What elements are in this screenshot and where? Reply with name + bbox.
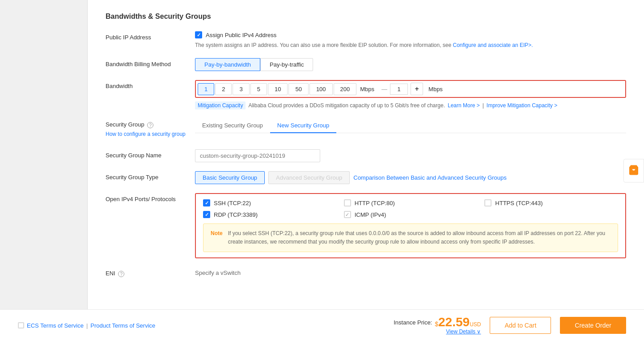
price-label: Instance Price: bbox=[394, 319, 432, 326]
bandwidth-unit: Mbps bbox=[357, 86, 377, 93]
security-group-help-icon[interactable]: ? bbox=[147, 122, 153, 128]
sg-type-content: Basic Security Group Advanced Security G… bbox=[195, 171, 626, 184]
bandwidth-selector: 1 2 3 5 10 50 100 200 Mbps — 1 + Mbps bbox=[195, 80, 626, 98]
port-https: HTTPS (TCP:443) bbox=[484, 199, 618, 206]
port-http: HTTP (TCP:80) bbox=[344, 199, 478, 206]
sg-type-group: Basic Security Group Advanced Security G… bbox=[195, 171, 626, 184]
price-dollar: $ bbox=[435, 320, 438, 328]
port-icmp: ICMP (IPv4) bbox=[344, 211, 478, 218]
note-box: Note If you select SSH (TCP:22), a secur… bbox=[203, 223, 618, 252]
port-http-label: HTTP (TCP:80) bbox=[355, 200, 395, 206]
port-ssh: SSH (TCP:22) bbox=[203, 199, 337, 206]
stepper-value[interactable]: 1 bbox=[390, 84, 408, 95]
sg-name-input[interactable] bbox=[195, 149, 320, 162]
public-ip-checkbox-row: Assign Public IPv4 Address bbox=[195, 31, 626, 38]
stepper-plus-btn[interactable]: + bbox=[411, 83, 423, 95]
create-order-button[interactable]: Create Order bbox=[560, 317, 626, 334]
open-ports-row: Open IPv4 Ports/ Protocols SSH (TCP:22) … bbox=[106, 193, 626, 258]
price-wrap: Instance Price: $ 22.59 USD View Details… bbox=[394, 316, 481, 335]
public-ip-label: Public IP Address bbox=[106, 31, 195, 42]
pay-by-traffic-btn[interactable]: Pay-by-traffic bbox=[260, 58, 313, 71]
ecs-terms-link[interactable]: ECS Terms of Service bbox=[27, 322, 84, 329]
bw-btn-100[interactable]: 100 bbox=[309, 83, 333, 95]
bandwidth-row: Bandwidth 1 2 3 5 10 50 100 200 Mbps — 1… bbox=[106, 80, 626, 109]
bandwidth-billing-row: Bandwidth Billing Method Pay-by-bandwidt… bbox=[106, 58, 626, 71]
bandwidth-content: 1 2 3 5 10 50 100 200 Mbps — 1 + Mbps bbox=[195, 80, 626, 109]
product-terms-link[interactable]: Product Terms of Service bbox=[90, 322, 155, 329]
port-icmp-label: ICMP (IPv4) bbox=[355, 211, 386, 218]
bw-btn-10[interactable]: 10 bbox=[268, 83, 288, 95]
bw-btn-3[interactable]: 3 bbox=[233, 83, 249, 95]
cart-icon bbox=[628, 164, 639, 175]
section-title: Bandwidths & Security Groups bbox=[106, 13, 626, 21]
price-number: 22.59 bbox=[438, 316, 470, 328]
public-ip-row: Public IP Address Assign Public IPv4 Add… bbox=[106, 31, 626, 49]
sg-name-content bbox=[195, 149, 626, 162]
open-ports-label: Open IPv4 Ports/ Protocols bbox=[106, 193, 195, 204]
basic-sg-btn[interactable]: Basic Security Group bbox=[195, 171, 265, 184]
bandwidth-billing-label: Bandwidth Billing Method bbox=[106, 58, 195, 69]
port-rdp: RDP (TCP:3389) bbox=[203, 211, 337, 218]
public-ip-hint: The system assigns an IP address. You ca… bbox=[195, 41, 626, 49]
footer-terms: ECS Terms of Service | Product Terms of … bbox=[18, 322, 394, 329]
port-icmp-checkbox[interactable] bbox=[344, 211, 351, 218]
note-text: If you select SSH (TCP:22), a security g… bbox=[228, 229, 610, 246]
public-ip-content: Assign Public IPv4 Address The system as… bbox=[195, 31, 626, 49]
bandwidth-label: Bandwidth bbox=[106, 80, 195, 91]
bw-btn-1[interactable]: 1 bbox=[198, 83, 214, 95]
main-content: Bandwidths & Security Groups Public IP A… bbox=[88, 0, 644, 341]
sg-configure-link[interactable]: How to configure a security group bbox=[106, 130, 195, 138]
terms-checkbox[interactable] bbox=[18, 322, 24, 328]
price-section: Instance Price: $ 22.59 USD View Details… bbox=[394, 316, 626, 335]
tab-existing-sg[interactable]: Existing Security Group bbox=[195, 118, 270, 133]
mitigation-text: Alibaba Cloud provides a DDoS mitigation… bbox=[248, 102, 445, 109]
public-ip-checkbox-label: Assign Public IPv4 Address bbox=[206, 32, 276, 38]
eni-content: Specify a vSwitch bbox=[195, 267, 626, 276]
port-http-checkbox[interactable] bbox=[344, 199, 351, 206]
bw-btn-5[interactable]: 5 bbox=[250, 83, 267, 95]
add-to-cart-button[interactable]: Add to Cart bbox=[490, 317, 551, 334]
bandwidth-billing-content: Pay-by-bandwidth Pay-by-traffic bbox=[195, 58, 626, 71]
improve-link[interactable]: Improve Mitigation Capacity > bbox=[487, 102, 557, 109]
sidebar bbox=[0, 0, 88, 341]
security-group-tabs: Existing Security Group New Security Gro… bbox=[195, 118, 626, 133]
tab-new-sg[interactable]: New Security Group bbox=[270, 118, 336, 133]
footer: ECS Terms of Service | Product Terms of … bbox=[0, 309, 644, 341]
sg-compare-link[interactable]: Comparison Between Basic and Advanced Se… bbox=[353, 174, 507, 181]
ports-box: SSH (TCP:22) HTTP (TCP:80) HTTPS (TCP:44… bbox=[195, 193, 626, 258]
cart-float-button[interactable] bbox=[623, 159, 644, 182]
stepper-unit: Mbps bbox=[426, 86, 445, 93]
port-https-checkbox[interactable] bbox=[484, 199, 491, 206]
port-rdp-label: RDP (TCP:3389) bbox=[214, 211, 258, 218]
port-ssh-label: SSH (TCP:22) bbox=[214, 200, 251, 206]
port-ssh-checkbox[interactable] bbox=[203, 199, 210, 206]
chevron-down-icon: ∨ bbox=[477, 328, 481, 335]
sg-type-label: Security Group Type bbox=[106, 171, 195, 182]
sg-name-label: Security Group Name bbox=[106, 149, 195, 160]
public-ip-checkbox[interactable] bbox=[195, 31, 202, 38]
terms-separator: | bbox=[86, 322, 88, 329]
port-rdp-checkbox[interactable] bbox=[203, 211, 210, 218]
advanced-sg-btn[interactable]: Advanced Security Group bbox=[268, 171, 350, 184]
security-group-row: Security Group ? How to configure a secu… bbox=[106, 118, 626, 140]
pay-by-bandwidth-btn[interactable]: Pay-by-bandwidth bbox=[195, 58, 260, 71]
view-details-link[interactable]: View Details ∨ bbox=[446, 328, 481, 335]
open-ports-content: SSH (TCP:22) HTTP (TCP:80) HTTPS (TCP:44… bbox=[195, 193, 626, 258]
bw-btn-50[interactable]: 50 bbox=[288, 83, 308, 95]
learn-more-link[interactable]: Learn More > bbox=[448, 102, 480, 109]
bw-btn-200[interactable]: 200 bbox=[334, 83, 357, 95]
sg-type-row: Security Group Type Basic Security Group… bbox=[106, 171, 626, 184]
eip-link[interactable]: Configure and associate an EIP>. bbox=[453, 42, 533, 48]
security-group-label: Security Group ? How to configure a secu… bbox=[106, 118, 195, 138]
separator: | bbox=[483, 102, 484, 109]
mitigation-row: Mitigation Capacity Alibaba Cloud provid… bbox=[195, 101, 626, 109]
eni-value: Specify a vSwitch bbox=[195, 267, 626, 276]
port-https-label: HTTPS (TCP:443) bbox=[495, 200, 542, 206]
bw-btn-2[interactable]: 2 bbox=[215, 83, 232, 95]
mitigation-badge: Mitigation Capacity bbox=[195, 101, 246, 109]
ports-grid: SSH (TCP:22) HTTP (TCP:80) HTTPS (TCP:44… bbox=[203, 199, 618, 218]
eni-help-icon[interactable]: ? bbox=[118, 271, 124, 277]
eni-row: ENI ? Specify a vSwitch bbox=[106, 267, 626, 278]
note-label: Note bbox=[211, 229, 223, 246]
eni-label: ENI ? bbox=[106, 267, 195, 278]
